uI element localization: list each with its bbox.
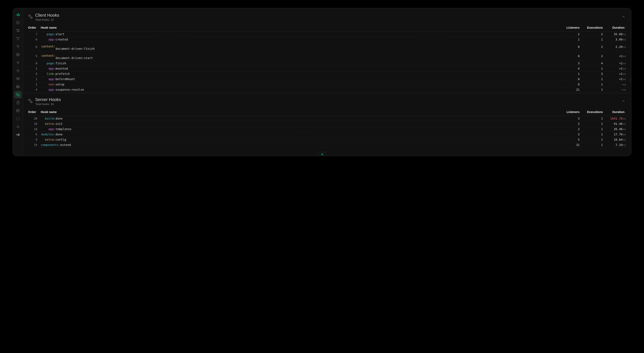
svg-point-17: [18, 78, 19, 79]
cell-executions: 1: [581, 66, 604, 71]
cell-listeners: 2: [560, 121, 581, 126]
table-row[interactable]: 1app:beforeMount01<1ms: [26, 76, 628, 82]
col-executions[interactable]: Executions: [581, 108, 604, 116]
collapse-button[interactable]: [621, 98, 626, 104]
cell-listeners: 21: [560, 87, 581, 92]
cell-duration: <1ms: [604, 51, 628, 61]
svg-point-19: [17, 86, 18, 86]
cell-executions: 1: [581, 142, 604, 148]
svg-point-6: [16, 37, 17, 38]
cell-executions: 2: [581, 51, 604, 61]
cell-hookname: nitro:config: [39, 137, 560, 142]
table-row[interactable]: 6content:document-driven:finish022.20ms: [26, 42, 628, 51]
sidebar-tree-icon[interactable]: [14, 27, 22, 34]
cell-listeners: 0: [560, 51, 581, 61]
col-listeners[interactable]: Listeners: [560, 24, 581, 32]
cell-order: 8: [26, 61, 39, 66]
sidebar-gear-icon[interactable]: [14, 67, 22, 74]
svg-point-11: [17, 70, 18, 71]
svg-point-4: [18, 29, 19, 30]
cell-order: 9: [26, 137, 39, 142]
cell-duration: 1041.78ms: [604, 116, 628, 121]
cell-executions: 4: [581, 61, 604, 66]
col-duration[interactable]: Duration↓: [604, 24, 628, 32]
table-row[interactable]: 6modules:done3117.70ms: [26, 132, 628, 137]
cell-listeners: 0: [560, 42, 581, 51]
cell-hookname: app:templates: [39, 126, 560, 132]
devtools-window: Client Hooks Total hooks: 10 Order Hook …: [13, 8, 631, 156]
sidebar-plug-icon[interactable]: [14, 59, 22, 66]
table-row[interactable]: 3app:mounted41<1ms: [26, 66, 628, 71]
sidebar-info-icon[interactable]: [14, 19, 22, 26]
hooks-icon: [28, 14, 33, 20]
table-row[interactable]: 19components:extend3117.10ms: [26, 142, 628, 148]
sidebar-stack-icon[interactable]: [14, 35, 22, 42]
cell-executions: 1: [581, 82, 604, 87]
cell-order: 0: [26, 37, 39, 42]
sidebar-image-icon[interactable]: [14, 83, 22, 90]
svg-point-26: [17, 126, 18, 128]
client-hooks-section: Client Hooks Total hooks: 10 Order Hook …: [23, 10, 631, 92]
col-order[interactable]: Order: [26, 108, 39, 116]
cell-executions: 1: [581, 37, 604, 42]
hooks-icon: [28, 99, 33, 104]
table-row[interactable]: 8page:finish34<1ms: [26, 61, 628, 66]
cell-duration: -ms: [604, 82, 628, 87]
drag-handle[interactable]: [630, 78, 631, 86]
cell-executions: 1: [581, 126, 604, 132]
col-hookname[interactable]: Hook name: [39, 108, 560, 116]
cell-order: 5: [26, 51, 39, 61]
table-row[interactable]: 9link:prefetch13<1ms: [26, 71, 628, 76]
cell-hookname: modules:done: [39, 132, 560, 137]
sidebar-search-icon[interactable]: [14, 123, 22, 130]
cell-hookname: app:suspense:resolve: [39, 87, 560, 92]
cell-duration: 35.60ms: [604, 32, 628, 37]
cell-hookname: app:mounted: [39, 66, 560, 71]
server-hooks-table: Order Hook name Listeners Executions Dur…: [26, 108, 628, 148]
cell-executions: 1: [581, 137, 604, 142]
table-row[interactable]: 2vue:setup01-ms: [26, 82, 628, 87]
sidebar-hooks-icon[interactable]: [14, 91, 22, 98]
cell-hookname: app:beforeMount: [39, 76, 560, 82]
section-header: Server Hooks Total hooks: 34: [26, 94, 628, 108]
cell-order: 19: [26, 142, 39, 148]
sidebar-terminal-icon[interactable]: [14, 115, 22, 122]
table-row[interactable]: 28build:done311041.78ms: [26, 116, 628, 121]
collapse-button[interactable]: [621, 14, 626, 20]
col-hookname[interactable]: Hook name: [39, 24, 560, 32]
col-order[interactable]: Order: [26, 24, 39, 32]
col-executions[interactable]: Executions: [581, 24, 604, 32]
table-row[interactable]: 0app:created113.00ms: [26, 37, 628, 42]
content[interactable]: Client Hooks Total hooks: 10 Order Hook …: [23, 8, 631, 156]
svg-rect-18: [17, 85, 19, 88]
table-header-row: Order Hook name Listeners Executions Dur…: [26, 108, 628, 116]
table-row[interactable]: 18app:templates2126.46ms: [26, 126, 628, 132]
table-row[interactable]: 9nitro:config5110.64ms: [26, 137, 628, 142]
sidebar-panel-icon[interactable]: [14, 107, 22, 114]
section-title: Client Hooks: [35, 13, 618, 18]
table-row[interactable]: 4app:suspense:resolve211-ms: [26, 87, 628, 92]
cell-duration: 91.46ms: [604, 121, 628, 126]
col-listeners[interactable]: Listeners: [560, 108, 581, 116]
client-hooks-table: Order Hook name Listeners Executions Dur…: [26, 24, 628, 92]
cell-hookname: build:done: [39, 116, 560, 121]
cell-order: 10: [26, 121, 39, 126]
svg-point-3: [17, 29, 17, 30]
sidebar-sliders-icon[interactable]: [14, 75, 22, 82]
nuxt-logo-handle[interactable]: [318, 152, 326, 156]
col-duration[interactable]: Duration↓: [604, 108, 628, 116]
sidebar-document-icon[interactable]: [14, 99, 22, 106]
table-row[interactable]: 10nitro:init2191.46ms: [26, 121, 628, 126]
table-row[interactable]: 7page:start2235.60ms: [26, 32, 628, 37]
cell-order: 4: [26, 87, 39, 92]
sidebar-vscode-icon[interactable]: [14, 131, 22, 139]
sidebar-box-icon[interactable]: [14, 51, 22, 58]
cell-hookname: vue:setup: [39, 82, 560, 87]
table-row[interactable]: 5content:document-driven:start02<1ms: [26, 51, 628, 61]
section-title-block: Client Hooks Total hooks: 10: [35, 13, 618, 21]
sidebar-bolt-icon[interactable]: [14, 43, 22, 50]
svg-rect-28: [29, 15, 30, 16]
cell-duration: 7.10ms: [604, 142, 628, 148]
sidebar-logo[interactable]: [14, 11, 22, 18]
server-hooks-section: Server Hooks Total hooks: 34 Order Hook …: [23, 94, 631, 148]
